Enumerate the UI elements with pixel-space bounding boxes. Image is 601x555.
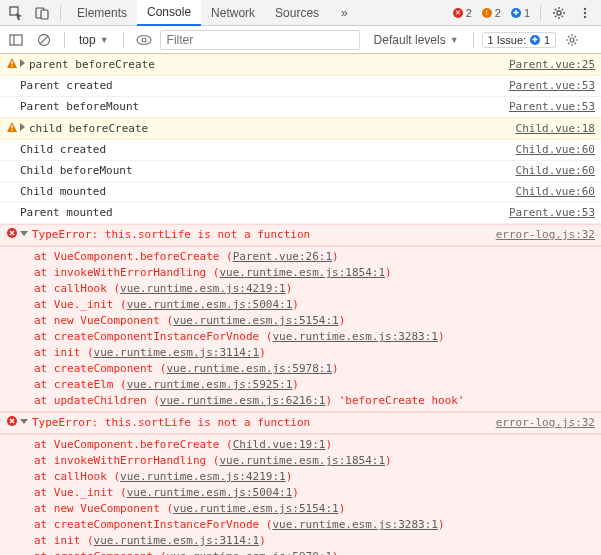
console-settings-icon[interactable] bbox=[560, 28, 584, 52]
console-row: Child createdChild.vue:60 bbox=[0, 140, 601, 161]
error-count: 2 bbox=[466, 7, 472, 19]
stack-frame: at Vue._init (vue.runtime.esm.js:5004:1) bbox=[6, 485, 595, 501]
stack-link[interactable]: vue.runtime.esm.js:3114:1 bbox=[94, 346, 260, 359]
stack-link[interactable]: vue.runtime.esm.js:5978:1 bbox=[166, 362, 332, 375]
stack-frame: at callHook (vue.runtime.esm.js:4219:1) bbox=[6, 281, 595, 297]
live-expression-icon[interactable] bbox=[132, 28, 156, 52]
stack-link[interactable]: vue.runtime.esm.js:3283:1 bbox=[272, 330, 438, 343]
svg-rect-15 bbox=[11, 66, 12, 67]
stack-link[interactable]: vue.runtime.esm.js:5004:1 bbox=[127, 298, 293, 311]
levels-label: Default levels bbox=[374, 33, 446, 47]
tab-network[interactable]: Network bbox=[201, 0, 265, 26]
svg-point-11 bbox=[137, 35, 151, 44]
console-toolbar: top ▼ Default levels ▼ 1 Issue: ✚ 1 bbox=[0, 26, 601, 54]
error-icon bbox=[4, 415, 20, 431]
stack-link[interactable]: Parent.vue:26:1 bbox=[233, 250, 332, 263]
source-link[interactable]: Parent.vue:53 bbox=[501, 99, 595, 115]
more-tabs-button[interactable]: » bbox=[331, 0, 358, 26]
stack-frame: at new VueComponent (vue.runtime.esm.js:… bbox=[6, 501, 595, 517]
settings-icon[interactable] bbox=[547, 1, 571, 25]
svg-point-3 bbox=[557, 11, 561, 15]
svg-point-4 bbox=[584, 7, 586, 9]
stack-frame: at invokeWithErrorHandling (vue.runtime.… bbox=[6, 453, 595, 469]
inspect-icon[interactable] bbox=[4, 1, 28, 25]
error-count-badge[interactable]: ✕ 2 bbox=[449, 7, 476, 19]
stack-link[interactable]: vue.runtime.esm.js:4219:1 bbox=[120, 470, 286, 483]
message-text: Parent mounted bbox=[20, 205, 501, 221]
console-row: child beforeCreateChild.vue:18 bbox=[0, 118, 601, 140]
console-row: Parent createdParent.vue:53 bbox=[0, 76, 601, 97]
source-link[interactable]: error-log.js:32 bbox=[488, 227, 595, 243]
console-row: TypeError: this.sortLife is not a functi… bbox=[0, 224, 601, 246]
stack-link[interactable]: vue.runtime.esm.js:3114:1 bbox=[94, 534, 260, 547]
svg-rect-17 bbox=[11, 130, 12, 131]
source-link[interactable]: Child.vue:60 bbox=[508, 184, 595, 200]
info-icon bbox=[4, 142, 20, 158]
source-link[interactable]: Child.vue:60 bbox=[508, 142, 595, 158]
clear-console-icon[interactable] bbox=[32, 28, 56, 52]
stack-frame: at createComponentInstanceForVnode (vue.… bbox=[6, 517, 595, 533]
stack-frame: at invokeWithErrorHandling (vue.runtime.… bbox=[6, 265, 595, 281]
info-icon: ✚ bbox=[511, 8, 521, 18]
stack-link[interactable]: vue.runtime.esm.js:5004:1 bbox=[127, 486, 293, 499]
context-selector[interactable]: top ▼ bbox=[73, 30, 115, 50]
stack-link[interactable]: vue.runtime.esm.js:3283:1 bbox=[272, 518, 438, 531]
stack-link[interactable]: vue.runtime.esm.js:5154:1 bbox=[173, 502, 339, 515]
tab-console[interactable]: Console bbox=[137, 0, 201, 26]
log-levels-selector[interactable]: Default levels ▼ bbox=[368, 33, 465, 47]
filter-input[interactable] bbox=[160, 30, 360, 50]
stack-frame: at init (vue.runtime.esm.js:3114:1) bbox=[6, 533, 595, 549]
svg-rect-7 bbox=[10, 35, 22, 45]
source-link[interactable]: Parent.vue:53 bbox=[501, 78, 595, 94]
message-text: Child mounted bbox=[20, 184, 508, 200]
panel-tabs: ElementsConsoleNetworkSources bbox=[67, 0, 329, 26]
stack-frame: at createComponent (vue.runtime.esm.js:5… bbox=[6, 361, 595, 377]
issue-icon: ✚ bbox=[530, 35, 540, 45]
kebab-menu-icon[interactable] bbox=[573, 1, 597, 25]
stack-frame: at createComponent (vue.runtime.esm.js:5… bbox=[6, 549, 595, 555]
svg-rect-2 bbox=[41, 10, 48, 19]
divider bbox=[473, 32, 474, 48]
stack-link[interactable]: vue.runtime.esm.js:5978:1 bbox=[166, 550, 332, 555]
console-row: Parent beforeMountParent.vue:53 bbox=[0, 97, 601, 118]
issues-label: 1 Issue: bbox=[488, 34, 527, 46]
message-text: Parent beforeMount bbox=[20, 99, 501, 115]
divider bbox=[540, 5, 541, 21]
stack-link[interactable]: vue.runtime.esm.js:1854:1 bbox=[219, 454, 385, 467]
info-count-badge[interactable]: ✚ 1 bbox=[507, 7, 534, 19]
console-row: Child beforeMountChild.vue:60 bbox=[0, 161, 601, 182]
stack-link[interactable]: Child.vue:19:1 bbox=[233, 438, 326, 451]
source-link[interactable]: Parent.vue:53 bbox=[501, 205, 595, 221]
message-text: TypeError: this.sortLife is not a functi… bbox=[20, 227, 488, 243]
svg-rect-16 bbox=[11, 125, 12, 129]
stack-link[interactable]: vue.runtime.esm.js:1854:1 bbox=[219, 266, 385, 279]
tab-sources[interactable]: Sources bbox=[265, 0, 329, 26]
info-icon bbox=[4, 205, 20, 221]
console-row: Child mountedChild.vue:60 bbox=[0, 182, 601, 203]
warning-icon: ! bbox=[482, 8, 492, 18]
warning-count: 2 bbox=[495, 7, 501, 19]
sidebar-toggle-icon[interactable] bbox=[4, 28, 28, 52]
stack-link[interactable]: vue.runtime.esm.js:6216:1 bbox=[160, 394, 326, 407]
device-toggle-icon[interactable] bbox=[30, 1, 54, 25]
source-link[interactable]: Parent.vue:25 bbox=[501, 57, 595, 73]
stack-frame: at VueComponent.beforeCreate (Child.vue:… bbox=[6, 437, 595, 453]
stack-link[interactable]: vue.runtime.esm.js:5154:1 bbox=[173, 314, 339, 327]
warn-icon bbox=[4, 121, 20, 137]
issues-count: 1 bbox=[544, 34, 550, 46]
divider bbox=[60, 5, 61, 21]
error-icon bbox=[4, 227, 20, 243]
stack-frame: at VueComponent.beforeCreate (Parent.vue… bbox=[6, 249, 595, 265]
svg-point-12 bbox=[142, 38, 146, 42]
tab-elements[interactable]: Elements bbox=[67, 0, 137, 26]
issues-button[interactable]: 1 Issue: ✚ 1 bbox=[482, 32, 557, 48]
source-link[interactable]: error-log.js:32 bbox=[488, 415, 595, 431]
source-link[interactable]: Child.vue:60 bbox=[508, 163, 595, 179]
stack-link[interactable]: vue.runtime.esm.js:4219:1 bbox=[120, 282, 286, 295]
console-row: Parent mountedParent.vue:53 bbox=[0, 203, 601, 224]
stack-link[interactable]: vue.runtime.esm.js:5925:1 bbox=[127, 378, 293, 391]
message-text: Child beforeMount bbox=[20, 163, 508, 179]
warning-count-badge[interactable]: ! 2 bbox=[478, 7, 505, 19]
console-messages[interactable]: parent beforeCreateParent.vue:25Parent c… bbox=[0, 54, 601, 555]
source-link[interactable]: Child.vue:18 bbox=[508, 121, 595, 137]
